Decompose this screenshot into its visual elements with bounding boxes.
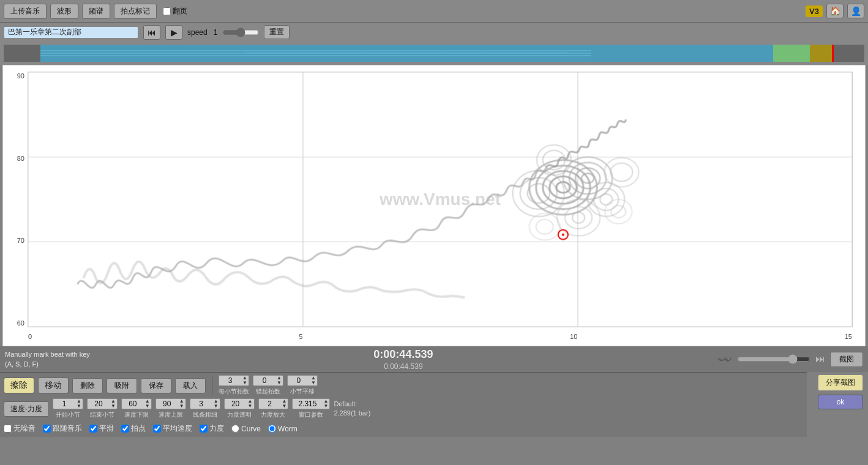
curve-radio[interactable] (231, 425, 239, 433)
start-beat-field[interactable]: ▲ ▼ (253, 375, 283, 386)
beat-per-bar-arrows[interactable]: ▲ ▼ (241, 376, 249, 385)
beat-point-check-item[interactable]: 拍点 (121, 423, 146, 434)
attach-button[interactable]: 吸附 (107, 378, 137, 393)
window-param-field[interactable]: ▲ ▼ (292, 398, 330, 409)
beat-per-bar-field[interactable]: ▲ ▼ (219, 375, 249, 386)
move-button[interactable]: 移动 (38, 378, 69, 393)
noise-checkbox[interactable] (4, 425, 12, 433)
delete-button[interactable]: 删除 (72, 378, 103, 393)
time-display-2: 0:00:44.539 (384, 362, 422, 371)
end-bar-input[interactable] (88, 400, 110, 408)
curve-radio-item[interactable]: Curve (231, 425, 261, 433)
end-bar-down[interactable]: ▼ (110, 404, 117, 409)
line-width-group: ▲ ▼ 线条粗细 (190, 398, 220, 419)
start-bar-arrows[interactable]: ▲ ▼ (75, 399, 83, 409)
worm-radio[interactable] (268, 425, 276, 433)
waveform-green (773, 45, 810, 62)
noise-check-item[interactable]: 无噪音 (4, 423, 36, 434)
erase-button[interactable]: 擦除 (4, 378, 34, 393)
speed-low-field[interactable]: ▲ ▼ (121, 398, 152, 409)
line-width-down[interactable]: ▼ (212, 404, 220, 409)
frequency-button[interactable]: 频谱 (82, 4, 110, 19)
avg-speed-check-item[interactable]: 平均速度 (153, 423, 192, 434)
force-trans-arrows[interactable]: ▲ ▼ (247, 399, 254, 409)
smooth-check-item[interactable]: 平滑 (89, 423, 114, 434)
line-width-input[interactable] (190, 400, 212, 408)
bar-skip-input[interactable] (288, 376, 310, 385)
line-width-field[interactable]: ▲ ▼ (190, 398, 220, 409)
share-screenshot-button[interactable]: 分享截图 (818, 374, 863, 391)
upload-music-button[interactable]: 上传音乐 (4, 4, 47, 19)
chart-area[interactable]: 90 80 70 60 0 5 10 15 (2, 65, 866, 346)
start-bar-input[interactable] (53, 400, 75, 408)
beat-mark-button[interactable]: 拍点标记 (114, 4, 157, 19)
worm-label: Worm (278, 425, 297, 433)
user-icon-btn[interactable]: 👤 (847, 4, 864, 18)
force-trans-field[interactable]: ▲ ▼ (224, 398, 255, 409)
speed-low-down[interactable]: ▼ (144, 404, 151, 409)
svg-point-35 (529, 214, 560, 240)
page-label: 翻页 (173, 6, 187, 17)
end-bar-field[interactable]: ▲ ▼ (87, 398, 118, 409)
force-max-arrows[interactable]: ▲ ▼ (281, 399, 288, 409)
beat-point-checkbox[interactable] (121, 425, 129, 433)
view-button[interactable]: 截图 (830, 352, 863, 367)
start-bar-down[interactable]: ▼ (75, 404, 83, 409)
start-bar-field[interactable]: ▲ ▼ (53, 398, 83, 409)
line-width-arrows[interactable]: ▲ ▼ (212, 399, 220, 409)
force-trans-input[interactable] (225, 400, 247, 408)
speed-low-input[interactable] (122, 400, 144, 408)
ok-button[interactable]: ok (818, 395, 863, 409)
force-max-field[interactable]: ▲ ▼ (258, 398, 289, 409)
speed-slider[interactable] (222, 28, 259, 37)
force-checkbox[interactable] (200, 425, 208, 433)
song-name-input[interactable] (4, 26, 138, 39)
speed-low-arrows[interactable]: ▲ ▼ (144, 399, 151, 409)
smooth-label: 平滑 (99, 423, 114, 434)
load-button[interactable]: 载入 (175, 378, 206, 393)
bar-skip-label: 小节平移 (290, 387, 315, 396)
start-beat-down[interactable]: ▼ (275, 381, 283, 385)
waveform-button[interactable]: 波形 (50, 4, 78, 19)
worm-radio-item[interactable]: Worm (268, 425, 297, 433)
force-max-input[interactable] (259, 400, 281, 408)
force-max-down[interactable]: ▼ (281, 404, 288, 409)
window-param-input[interactable] (293, 400, 322, 408)
bg-music-check-item[interactable]: 跟随音乐 (43, 423, 82, 434)
reset-button[interactable]: 重置 (264, 25, 290, 39)
start-beat-input[interactable] (253, 376, 275, 385)
window-param-down[interactable]: ▼ (322, 404, 329, 409)
beat-per-bar-group: ▲ ▼ 每小节拍数 (219, 375, 249, 396)
end-bar-arrows[interactable]: ▲ ▼ (110, 399, 117, 409)
play-icon: ▶ (171, 28, 178, 37)
rewind-button[interactable]: ⏮ (143, 25, 160, 40)
speed-high-arrows[interactable]: ▲ ▼ (178, 399, 185, 409)
svg-point-24 (600, 194, 612, 205)
beat-per-bar-input[interactable] (219, 376, 241, 385)
page-checkbox-label[interactable]: 翻页 (163, 6, 187, 17)
speed-force-button[interactable]: 速度-力度 (4, 401, 49, 417)
window-param-arrows[interactable]: ▲ ▼ (322, 399, 329, 409)
avg-speed-checkbox[interactable] (153, 425, 161, 433)
beat-per-bar-down[interactable]: ▼ (241, 381, 249, 385)
force-check-item[interactable]: 力度 (200, 423, 224, 434)
bar-skip-field[interactable]: ▲ ▼ (287, 375, 318, 386)
speed-high-field[interactable]: ▲ ▼ (155, 398, 186, 409)
waveform-container[interactable]: ~~~~~~~~~~~~~~~~~~~~~~~~~~~~~~~~~~~~~~~~… (4, 45, 864, 62)
end-icon: ⏭ (815, 354, 825, 365)
page-checkbox[interactable] (163, 7, 171, 15)
hint-line1: Manually mark beat with key (5, 349, 90, 360)
force-trans-down[interactable]: ▼ (247, 404, 254, 409)
waveform-bar: ~~~~~~~~~~~~~~~~~~~~~~~~~~~~~~~~~~~~~~~~… (0, 42, 868, 65)
play-button[interactable]: ▶ (165, 25, 182, 40)
bg-music-checkbox[interactable] (43, 425, 51, 433)
speed-high-down[interactable]: ▼ (178, 404, 185, 409)
progress-slider[interactable] (737, 354, 810, 364)
save-button[interactable]: 保存 (141, 378, 171, 393)
start-beat-arrows[interactable]: ▲ ▼ (275, 376, 283, 385)
home-icon-btn[interactable]: 🏠 (826, 4, 844, 18)
bar-skip-down[interactable]: ▼ (310, 381, 317, 385)
bar-skip-arrows[interactable]: ▲ ▼ (310, 376, 317, 385)
speed-high-input[interactable] (156, 400, 178, 408)
smooth-checkbox[interactable] (89, 425, 97, 433)
